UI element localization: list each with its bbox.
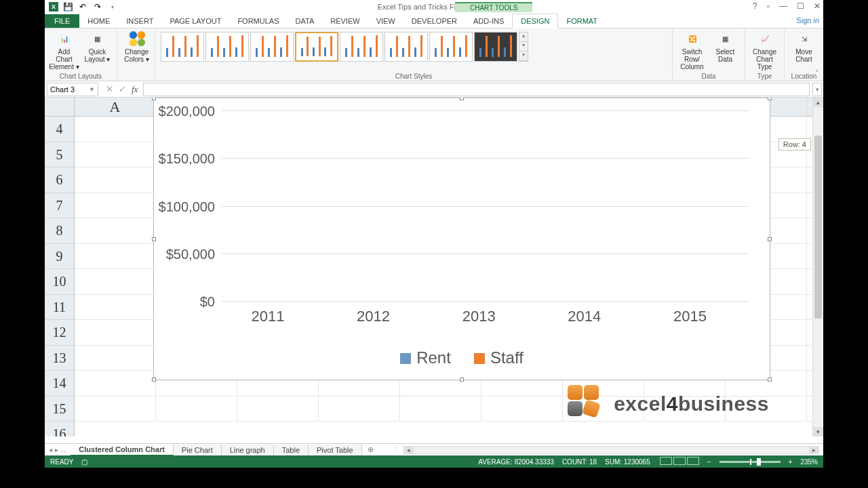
- row-header[interactable]: 10: [45, 269, 74, 295]
- scroll-right-icon[interactable]: ▸: [809, 447, 818, 453]
- tab-data[interactable]: DATA: [288, 14, 323, 28]
- resize-handle[interactable]: [460, 98, 464, 100]
- tab-page-layout[interactable]: PAGE LAYOUT: [161, 14, 229, 28]
- style-thumb[interactable]: [205, 32, 249, 62]
- row-header[interactable]: 12: [45, 320, 74, 346]
- name-box[interactable]: Chart 3▼: [47, 83, 98, 96]
- formula-input[interactable]: [143, 83, 810, 96]
- row-header[interactable]: 7: [45, 193, 74, 219]
- resize-handle[interactable]: [768, 98, 772, 100]
- sheet-tab[interactable]: Clustered Column Chart: [71, 444, 174, 456]
- tab-insert[interactable]: INSERT: [118, 14, 161, 28]
- legend-entry-rent[interactable]: Rent: [400, 348, 451, 367]
- row-header[interactable]: 15: [45, 396, 74, 422]
- select-all-corner[interactable]: [45, 98, 75, 116]
- embedded-chart[interactable]: $0$50,000$100,000$150,000$200,0002011201…: [153, 98, 770, 380]
- macro-record-icon[interactable]: ▢: [81, 458, 87, 466]
- cancel-icon[interactable]: ✕: [106, 84, 113, 95]
- resize-handle[interactable]: [152, 378, 156, 382]
- tab-formulas[interactable]: FORMULAS: [229, 14, 287, 28]
- confirm-icon[interactable]: ✓: [119, 84, 126, 95]
- tab-design[interactable]: DESIGN: [512, 14, 558, 28]
- scroll-thumb[interactable]: [814, 136, 822, 319]
- row-header[interactable]: 6: [45, 167, 74, 193]
- view-buttons[interactable]: [658, 457, 699, 466]
- row-header[interactable]: 4: [45, 117, 74, 142]
- tab-review[interactable]: REVIEW: [322, 14, 368, 28]
- scroll-up-icon[interactable]: ▴: [813, 98, 823, 107]
- vertical-scrollbar[interactable]: ▴ ▾: [812, 98, 823, 436]
- save-icon[interactable]: 💾: [62, 1, 73, 12]
- style-thumb[interactable]: [384, 32, 428, 62]
- legend-entry-staff[interactable]: Staff: [474, 348, 524, 367]
- horizontal-scrollbar[interactable]: ◂▸: [403, 446, 819, 454]
- maximize-icon[interactable]: ☐: [797, 1, 804, 11]
- resize-handle[interactable]: [768, 378, 772, 382]
- tab-developer[interactable]: DEVELOPER: [403, 14, 465, 28]
- zoom-out-icon[interactable]: −: [707, 458, 711, 466]
- change-chart-type-button[interactable]: 📈Change Chart Type: [749, 30, 780, 70]
- row-header[interactable]: 11: [45, 295, 74, 321]
- signin-link[interactable]: Sign in: [796, 16, 819, 24]
- zoom-slider[interactable]: [719, 461, 781, 463]
- tab-file[interactable]: FILE: [45, 14, 79, 28]
- style-thumb[interactable]: [250, 32, 294, 62]
- dropdown-icon[interactable]: ▼: [89, 86, 95, 93]
- row-header[interactable]: 5: [45, 142, 74, 168]
- sheet-tab[interactable]: Table: [274, 445, 309, 455]
- tab-home[interactable]: HOME: [79, 14, 118, 28]
- ribbon-options-icon[interactable]: ▫: [767, 1, 770, 11]
- group-label-data: Data: [677, 73, 741, 80]
- select-data-button[interactable]: ▦Select Data: [710, 30, 741, 63]
- redo-icon[interactable]: ↷: [92, 1, 103, 12]
- add-sheet-icon[interactable]: ⊕: [362, 445, 379, 454]
- switch-row-column-button[interactable]: 🔀Switch Row/ Column: [677, 30, 707, 70]
- row-header[interactable]: 9: [45, 244, 74, 270]
- style-thumb[interactable]: [340, 32, 383, 62]
- row-header[interactable]: 16: [45, 422, 74, 436]
- undo-icon[interactable]: ↶: [77, 1, 88, 12]
- tab-view[interactable]: VIEW: [368, 14, 403, 28]
- gallery-scroll[interactable]: ▴▾▾: [519, 32, 528, 62]
- change-colors-button[interactable]: 🔵🟠🟡🟢Change Colors ▾: [121, 30, 152, 63]
- sheet-tab[interactable]: Line graph: [222, 445, 274, 455]
- row-header[interactable]: 14: [45, 371, 74, 396]
- minimize-icon[interactable]: —: [779, 1, 787, 11]
- zoom-level[interactable]: 235%: [800, 458, 818, 466]
- chart-legend[interactable]: Rent Staff: [154, 348, 770, 367]
- chart-styles-gallery[interactable]: ▴▾▾: [159, 30, 530, 63]
- fx-icon[interactable]: fx: [132, 84, 138, 95]
- sheet-tab[interactable]: Pivot Table: [309, 445, 362, 455]
- scroll-left-icon[interactable]: ◂: [404, 447, 414, 453]
- style-thumb[interactable]: [429, 32, 473, 62]
- nav-more-icon[interactable]: ...: [61, 446, 66, 453]
- qat-customize-icon[interactable]: ▾: [107, 1, 118, 12]
- row-header[interactable]: 13: [45, 346, 74, 371]
- move-chart-button[interactable]: ⇲Move Chart: [789, 30, 819, 63]
- zoom-in-icon[interactable]: +: [789, 458, 793, 466]
- collapse-ribbon-icon[interactable]: ˄: [815, 69, 819, 78]
- close-icon[interactable]: ✕: [814, 1, 821, 11]
- sheet-nav[interactable]: ◂▸...: [45, 446, 71, 453]
- help-icon[interactable]: ?: [753, 1, 757, 11]
- resize-handle[interactable]: [460, 378, 464, 382]
- resize-handle[interactable]: [152, 237, 156, 241]
- x-axis-label: 2014: [544, 308, 625, 325]
- resize-handle[interactable]: [152, 98, 156, 100]
- plot-area[interactable]: $0$50,000$100,000$150,000$200,0002011201…: [222, 110, 749, 301]
- row-header[interactable]: 8: [45, 218, 74, 244]
- nav-next-icon[interactable]: ▸: [55, 446, 58, 453]
- column-header[interactable]: A: [75, 98, 156, 116]
- nav-prev-icon[interactable]: ◂: [49, 446, 52, 453]
- tab-format[interactable]: FORMAT: [558, 14, 606, 28]
- style-thumb[interactable]: [474, 32, 517, 62]
- quick-layout-button[interactable]: ▦Quick Layout ▾: [82, 30, 113, 63]
- resize-handle[interactable]: [768, 237, 772, 241]
- style-thumb-selected[interactable]: [295, 32, 338, 62]
- formula-expand-icon[interactable]: ▾: [812, 83, 822, 96]
- sheet-tab[interactable]: Pie Chart: [174, 445, 222, 455]
- style-thumb[interactable]: [161, 32, 204, 62]
- add-chart-element-button[interactable]: 📊Add Chart Element ▾: [49, 30, 79, 70]
- scroll-down-icon[interactable]: ▾: [813, 427, 823, 436]
- tab-addins[interactable]: ADD-INS: [465, 14, 512, 28]
